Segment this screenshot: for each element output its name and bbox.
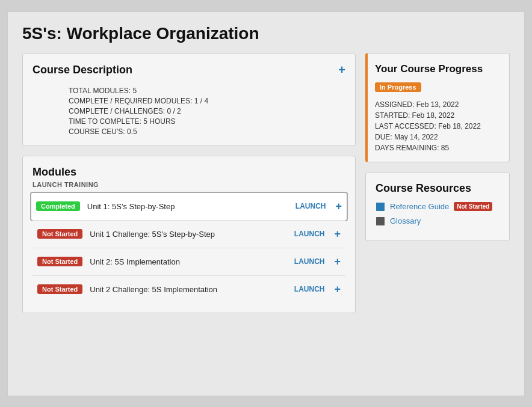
- course-stats: TOTAL MODULES: 5 COMPLETE / REQUIRED MOD…: [32, 84, 345, 136]
- progress-due: DUE: May 14, 2022: [375, 133, 500, 141]
- module-expand-4[interactable]: +: [334, 283, 341, 296]
- module-row: Not Started Unit 2: 5S Implementation LA…: [32, 248, 345, 275]
- module-name-2: Unit 1 Challenge: 5S's Step-by-Step: [90, 230, 287, 239]
- reference-guide-badge: Not Started: [454, 202, 492, 211]
- course-description-title: Course Description: [32, 64, 132, 76]
- module-launch-4[interactable]: LAUNCH: [294, 285, 325, 293]
- left-column: Course Description + TOTAL MODULES: 5 CO…: [22, 53, 356, 313]
- module-badge-3: Not Started: [37, 257, 82, 266]
- stat-total-modules: TOTAL MODULES: 5: [69, 87, 345, 95]
- module-expand-2[interactable]: +: [334, 228, 341, 240]
- stat-complete-required: COMPLETE / REQUIRED MODULES: 1 / 4: [69, 97, 345, 105]
- module-badge-4: Not Started: [37, 284, 82, 294]
- book-dark-icon: [376, 216, 385, 226]
- stat-time-to-complete: TIME TO COMPLETE: 5 HOURS: [69, 117, 345, 126]
- module-launch-1[interactable]: LAUNCH: [295, 202, 326, 210]
- module-launch-3[interactable]: LAUNCH: [294, 257, 325, 266]
- modules-title: Modules: [32, 166, 345, 179]
- book-blue-icon: [376, 202, 385, 212]
- resource-item-2: Glossary: [376, 216, 500, 226]
- module-launch-2[interactable]: LAUNCH: [294, 230, 325, 238]
- launch-training-label: LAUNCH TRAINING: [32, 181, 345, 188]
- right-column: Your Course Progress In Progress ASSIGNE…: [365, 53, 510, 313]
- progress-status-badge: In Progress: [375, 82, 421, 92]
- course-description-header: Course Description +: [32, 63, 345, 77]
- module-name-4: Unit 2 Challenge: 5S Implementation: [90, 285, 287, 294]
- module-row: Not Started Unit 1 Challenge: 5S's Step-…: [32, 220, 345, 248]
- page-title: 5S's: Workplace Organization: [22, 24, 510, 43]
- module-row: Completed Unit 1: 5S's Step-by-Step LAUN…: [31, 193, 347, 220]
- progress-last-accessed: LAST ACCESSED: Feb 18, 2022: [375, 122, 500, 130]
- progress-title: Your Course Progress: [375, 63, 500, 75]
- page-container: 5S's: Workplace Organization Course Desc…: [7, 11, 525, 396]
- module-badge-1: Completed: [36, 201, 80, 211]
- module-expand-3[interactable]: +: [334, 256, 341, 268]
- progress-stats: ASSIGNED: Feb 13, 2022 STARTED: Feb 18, …: [375, 100, 500, 152]
- stat-course-ceus: COURSE CEU'S: 0.5: [69, 127, 345, 136]
- modules-card: Modules LAUNCH TRAINING Completed Unit 1…: [22, 156, 356, 313]
- progress-status: In Progress: [375, 81, 500, 92]
- stat-complete-challenges: COMPLETE / CHALLENGES: 0 / 2: [69, 107, 345, 115]
- progress-assigned: ASSIGNED: Feb 13, 2022: [375, 100, 500, 109]
- progress-started: STARTED: Feb 18, 2022: [375, 111, 500, 120]
- module-row: Not Started Unit 2 Challenge: 5S Impleme…: [32, 275, 345, 303]
- resource-item-1: Reference Guide Not Started: [376, 202, 500, 212]
- resources-title: Course Resources: [376, 182, 500, 195]
- glossary-link[interactable]: Glossary: [390, 216, 421, 225]
- main-layout: Course Description + TOTAL MODULES: 5 CO…: [22, 53, 510, 313]
- course-description-card: Course Description + TOTAL MODULES: 5 CO…: [22, 53, 356, 146]
- module-name-3: Unit 2: 5S Implementation: [90, 257, 287, 266]
- course-description-expand-button[interactable]: +: [338, 63, 345, 77]
- module-name-1: Unit 1: 5S's Step-by-Step: [87, 202, 288, 211]
- progress-days-remaining: DAYS REMAINING: 85: [375, 144, 500, 152]
- module-expand-1[interactable]: +: [335, 200, 342, 213]
- course-resources-card: Course Resources Reference Guide Not Sta…: [365, 172, 510, 241]
- course-progress-card: Your Course Progress In Progress ASSIGNE…: [365, 53, 510, 162]
- reference-guide-link[interactable]: Reference Guide: [390, 202, 449, 211]
- module-badge-2: Not Started: [37, 229, 82, 239]
